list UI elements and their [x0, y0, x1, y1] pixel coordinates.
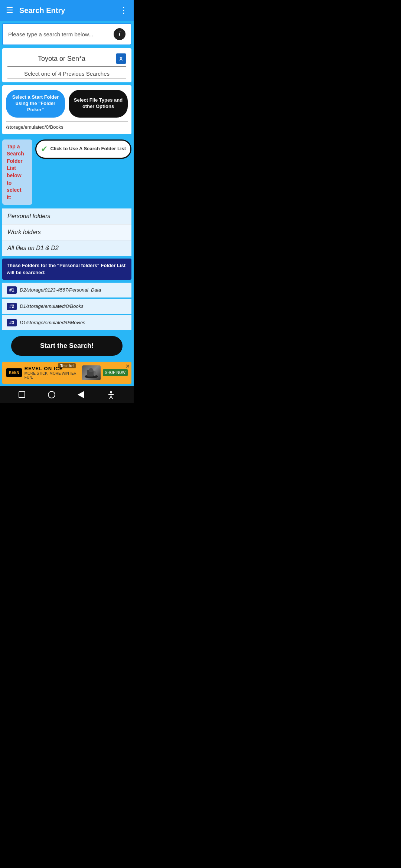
list-item[interactable]: Personal folders — [2, 208, 131, 224]
tap-instruction: Tap a Search Folder List below to select… — [2, 139, 32, 205]
info-bar: Please type a search term below... i — [2, 23, 131, 45]
folder-path-2: D1/storage/emulated/0/Books — [20, 303, 83, 309]
folder-num-badge-3: #3 — [7, 319, 17, 326]
file-types-button[interactable]: Select File Types and other Options — [69, 90, 128, 118]
ad-subtitle: MORE STICK. MORE WINTER FUN. — [25, 371, 80, 379]
folder-path-1: D2/storage/0123-4567/Personal_Data — [20, 287, 101, 293]
folder-section: Select a Start Folder using the "Folder … — [2, 85, 131, 134]
nav-accessibility-button[interactable] — [107, 391, 115, 399]
folder-entry-2: #2 D1/storage/emulated/0/Books — [2, 299, 131, 314]
svg-rect-3 — [94, 371, 96, 376]
info-bar-text: Please type a search term below... — [8, 31, 114, 37]
ad-badge: Test Ad — [58, 363, 76, 368]
folder-picker-button[interactable]: Select a Start Folder using the "Folder … — [6, 90, 65, 118]
search-input[interactable] — [7, 55, 116, 63]
ad-boot-image — [82, 365, 101, 380]
menu-icon[interactable]: ☰ — [6, 6, 13, 15]
current-folder-path: /storage/emulated/0/Books — [6, 121, 128, 130]
boot-svg — [84, 367, 99, 379]
search-section: X Select one of 4 Previous Searches — [2, 48, 131, 82]
keen-logo: KEEN — [6, 368, 22, 377]
main-content: Please type a search term below... i X S… — [0, 21, 134, 386]
tap-instruction-text: Tap a Search Folder List below to select… — [7, 144, 24, 200]
checkmark-icon: ✔ — [41, 144, 48, 154]
nav-back-button[interactable] — [78, 391, 84, 398]
ad-shop-button[interactable]: SHOP NOW — [103, 369, 128, 376]
selected-folders-header-text: These Folders for the "Personal folders"… — [7, 263, 125, 275]
list-item[interactable]: Work folders — [2, 224, 131, 240]
more-options-icon[interactable]: ⋮ — [120, 6, 128, 15]
folder-entry-1: #1 D2/storage/0123-4567/Personal_Data — [2, 283, 131, 297]
use-list-label: Click to Use A Search Folder List — [50, 146, 126, 152]
search-input-row: X — [7, 53, 126, 67]
ad-close-icon[interactable]: ✕ — [125, 363, 130, 369]
ad-banner: Test Ad KEEN REVEL ON ICE MORE STICK. MO… — [2, 362, 131, 384]
folder-num-badge-1: #1 — [7, 286, 17, 294]
folder-list-section: Tap a Search Folder List below to select… — [2, 137, 131, 207]
nav-bar — [0, 386, 134, 403]
info-icon[interactable]: i — [114, 28, 125, 40]
use-list-button[interactable]: ✔ Click to Use A Search Folder List — [35, 139, 131, 159]
nav-square-button[interactable] — [19, 391, 25, 398]
selected-folders-header: These Folders for the "Personal folders"… — [2, 259, 131, 279]
start-search-button[interactable]: Start the Search! — [11, 336, 123, 356]
button-row: Select a Start Folder using the "Folder … — [6, 90, 128, 118]
list-item[interactable]: All files on D1 & D2 — [2, 240, 131, 256]
clear-button[interactable]: X — [116, 53, 126, 64]
folder-path-3: D1/storage/emulated/0/Movies — [20, 320, 85, 325]
svg-rect-2 — [89, 368, 93, 372]
svg-line-7 — [110, 396, 111, 399]
folder-num-badge-2: #2 — [7, 303, 17, 310]
app-bar: ☰ Search Entry ⋮ — [0, 0, 134, 21]
folder-entry-3: #3 D1/storage/emulated/0/Movies — [2, 315, 131, 330]
svg-line-8 — [111, 396, 113, 399]
app-bar-title: Search Entry — [19, 6, 120, 15]
previous-searches-dropdown[interactable]: Select one of 4 Previous Searches — [7, 70, 126, 79]
nav-home-button[interactable] — [48, 391, 55, 398]
svg-point-4 — [110, 391, 112, 393]
folder-items-list: Personal folders Work folders All files … — [2, 208, 131, 256]
